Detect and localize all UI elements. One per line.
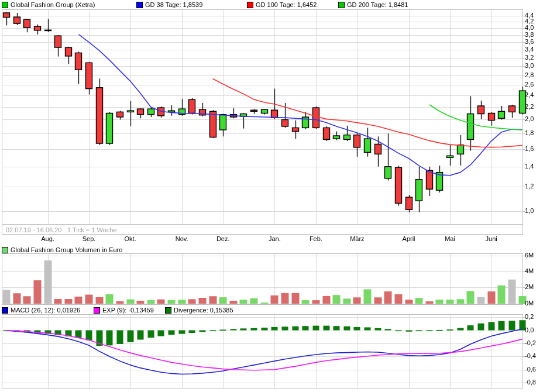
date-range-label: 02.07.19 - 16.06.20 bbox=[6, 226, 61, 233]
volume-axis-label: 6M bbox=[525, 252, 534, 259]
legend-label: MACD (26, 12): 0,01926 bbox=[11, 307, 80, 314]
macd-swatch-icon bbox=[2, 307, 8, 314]
price-axis-label: 2,0 bbox=[525, 115, 534, 122]
macd-axis-label: -0,4 bbox=[525, 352, 536, 359]
legend-label: EXP (9): -0,13459 bbox=[102, 307, 154, 314]
price-axis-label: 2,4 bbox=[525, 91, 534, 98]
legend-item-gd100: GD 100 Tage: 1,6452 bbox=[247, 1, 317, 8]
price-axis-label: 1,2 bbox=[525, 183, 534, 190]
legend-item-volume: Global Fashion Group Volumen in Euro bbox=[2, 246, 122, 253]
legend-item-series: Global Fashion Group (Xetra) bbox=[2, 1, 95, 8]
legend-item-gd200: GD 200 Tage: 1,8481 bbox=[338, 1, 408, 8]
gd200-swatch-icon bbox=[338, 2, 345, 8]
legend-label: GD 100 Tage: 1,6452 bbox=[256, 1, 317, 8]
price-axis-label: 2,6 bbox=[525, 81, 534, 88]
month-label: Mai bbox=[445, 235, 455, 242]
legend-label: GD 200 Tage: 1,8481 bbox=[347, 1, 408, 8]
legend-item-gd38: GD 38 Tage: 1,8539 bbox=[136, 1, 202, 8]
price-axis-label: 1,8 bbox=[525, 129, 534, 136]
volume-axis-label: 4M bbox=[525, 267, 534, 274]
gd100-swatch-icon bbox=[247, 2, 253, 8]
price-axis-label: 1,6 bbox=[525, 145, 534, 152]
price-axis-label: 1,4 bbox=[525, 163, 534, 170]
price-axis-label: 4,0 bbox=[525, 24, 534, 31]
volume-swatch-icon bbox=[2, 247, 8, 253]
month-label: April bbox=[403, 235, 415, 242]
exp-swatch-icon bbox=[94, 307, 100, 314]
macd-axis-label: -0,2 bbox=[525, 339, 536, 346]
gd38-swatch-icon bbox=[136, 2, 143, 8]
price-axis-label: 3,4 bbox=[525, 46, 534, 53]
volume-axis-label: 0M bbox=[525, 300, 534, 307]
tick-note-label: 1 Tick = 1 Woche bbox=[67, 226, 116, 233]
price-axis-label: 2,2 bbox=[525, 103, 534, 110]
price-axis-label: 3,0 bbox=[525, 62, 534, 69]
month-label: Feb. bbox=[310, 235, 322, 242]
legend-item-divergence: Divergence: 0,15385 bbox=[165, 307, 233, 314]
price-axis-label: 3,8 bbox=[525, 31, 534, 38]
month-label: Okt. bbox=[124, 235, 136, 242]
price-axis-label: 2,8 bbox=[525, 71, 534, 78]
legend-label: GD 38 Tage: 1,8539 bbox=[145, 1, 202, 8]
legend-item-macd: MACD (26, 12): 0,01926 bbox=[2, 307, 80, 314]
volume-axis-label: 2M bbox=[525, 283, 534, 290]
price-axis-label: 1,0 bbox=[525, 207, 534, 214]
legend-label: Global Fashion Group (Xetra) bbox=[11, 1, 95, 8]
series-swatch-icon bbox=[2, 2, 8, 8]
macd-axis-label: -0,8 bbox=[525, 379, 536, 386]
divergence-swatch-icon bbox=[165, 307, 171, 314]
legend-label: Divergence: 0,15385 bbox=[174, 307, 233, 314]
month-label: Jan. bbox=[269, 235, 281, 242]
stock-chart: Global Fashion Group (Xetra) GD 38 Tage:… bbox=[0, 0, 550, 392]
month-label: Dez. bbox=[216, 235, 230, 242]
legend-item-exp: EXP (9): -0,13459 bbox=[94, 307, 154, 314]
month-label: Sep. bbox=[82, 235, 96, 242]
macd-axis-label: -0,6 bbox=[525, 366, 536, 373]
month-label: Juni bbox=[486, 235, 497, 242]
chart-canvas bbox=[0, 0, 550, 392]
macd-axis-label: 0,0 bbox=[525, 326, 534, 333]
macd-axis-label: 0,2 bbox=[525, 313, 534, 320]
legend-label: Global Fashion Group Volumen in Euro bbox=[11, 246, 122, 253]
price-axis-label: 3,2 bbox=[525, 54, 534, 61]
month-label: Aug. bbox=[41, 235, 54, 242]
price-axis-label: 3,6 bbox=[525, 38, 534, 45]
month-label: März bbox=[350, 235, 364, 242]
month-label: Nov. bbox=[176, 235, 188, 242]
